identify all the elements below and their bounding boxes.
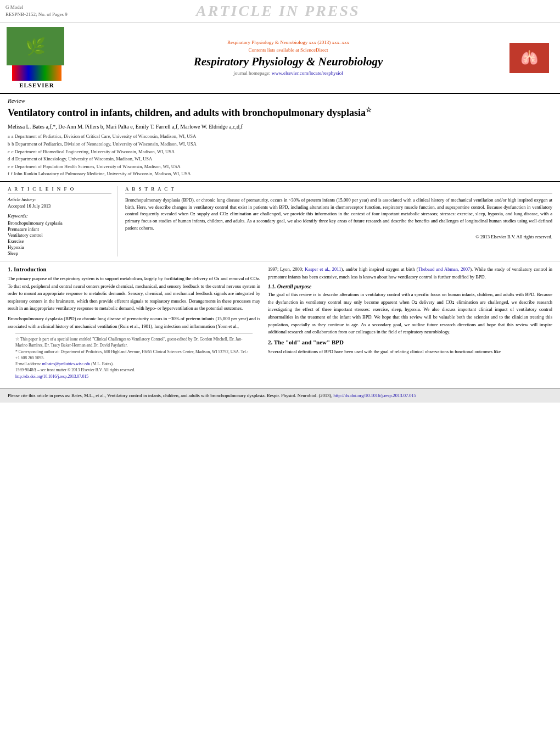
abstract-heading: A B S T R A C T	[125, 186, 552, 193]
footnote-corresponding: * Corresponding author at: Department of…	[15, 349, 253, 361]
star-footnote-marker: ☆	[366, 106, 372, 114]
subsection1-text: The goal of this review is to describe a…	[268, 291, 552, 336]
footnote-doi: http://dx.doi.org/10.1016/j.resp.2013.07…	[15, 373, 253, 380]
section2-para1: Several clinical definitions of BPD have…	[268, 348, 552, 356]
sciencedirect-link[interactable]: ScienceDirect	[300, 47, 328, 53]
gmodel-info: G Model RESPNB-2152; No. of Pages 9	[5, 4, 68, 18]
article-type: Review	[8, 97, 552, 104]
keyword-3: Ventilatory control	[8, 232, 111, 238]
article-info-heading: A R T I C L E I N F O	[8, 186, 111, 193]
elsevier-name: ELSEVIER	[19, 82, 54, 88]
contents-line: Contents lists available at ScienceDirec…	[72, 47, 504, 53]
journal-image-left	[7, 27, 64, 65]
footnote-issn: 1569-9048/$ – see front matter © 2013 El…	[15, 367, 253, 373]
elsevier-logo-area: ELSEVIER	[7, 27, 67, 88]
abstract-col: A B S T R A C T Bronchopulmonary dysplas…	[125, 186, 552, 256]
elsevier-color-strip	[12, 65, 61, 81]
body-section: 1. Introduction The primary purpose of t…	[0, 261, 560, 384]
affil-f: ff John Rankin Laboratory of Pulmonary M…	[8, 170, 552, 178]
article-in-press-banner: ARTICLE IN PRESS	[68, 2, 489, 20]
ref-kasper[interactable]: Kasper et al., 2011	[305, 266, 341, 272]
authors-line: Melissa L. Bates a,f,*, De-Ann M. Piller…	[8, 122, 552, 131]
affiliations: aa Department of Pediatrics, Division of…	[8, 133, 552, 178]
journal-logo-right: 🫁	[509, 43, 553, 73]
section1-para2: Bronchopulmonary dysplasia (BPD) or chro…	[8, 315, 260, 330]
body-left-col: 1. Introduction The primary purpose of t…	[8, 266, 260, 380]
homepage-link[interactable]: www.elsevier.com/locate/resphysiol	[272, 70, 343, 76]
footnote-star: ☆ This paper is part of a special issue …	[15, 336, 253, 349]
ref-thebaud[interactable]: Thebaud and Abman, 2007	[418, 266, 471, 272]
subsection1-heading: 1.1. Overall purpose	[268, 284, 552, 289]
citation-doi-link[interactable]: http://dx.doi.org/10.1016/j.resp.2013.07…	[333, 393, 416, 398]
article-section: Review Ventilatory control in infants, c…	[0, 94, 560, 182]
keywords-label: Keywords:	[8, 213, 111, 219]
accepted-date: Accepted 16 July 2013	[8, 203, 111, 209]
copyright: © 2013 Elsevier B.V. All rights reserved…	[125, 234, 552, 239]
footnote-email: E-mail address: mlbates@pediatrics.wisc.…	[15, 361, 253, 367]
keyword-2: Premature infant	[8, 226, 111, 232]
affil-a: aa Department of Pediatrics, Division of…	[8, 133, 552, 141]
journal-name: Respiratory Physiology & Neurobiology	[72, 55, 504, 69]
keyword-6: Sleep	[8, 250, 111, 256]
article-info-col: A R T I C L E I N F O Article history: A…	[8, 186, 117, 256]
info-abstract-section: A R T I C L E I N F O Article history: A…	[0, 182, 560, 261]
section1-right-para1: 1997; Lyon, 2000; Kasper et al., 2011), …	[268, 266, 552, 281]
citation-line: Respiratory Physiology & Neurobiology xx…	[72, 40, 504, 45]
abstract-text: Bronchopulmonary dysplasia (BPD), or chr…	[125, 197, 552, 232]
journal-homepage: journal homepage: www.elsevier.com/locat…	[72, 70, 504, 76]
body-right-col: 1997; Lyon, 2000; Kasper et al., 2011), …	[268, 266, 552, 380]
citation-bar: Please cite this article in press as: Ba…	[0, 388, 560, 403]
keyword-4: Exercise	[8, 238, 111, 244]
history-label: Article history:	[8, 197, 111, 202]
journal-icon: 🫁	[509, 43, 549, 73]
journal-header: ELSEVIER Respiratory Physiology & Neurob…	[0, 23, 560, 94]
keyword-1: Bronchopulmonary dysplasia	[8, 220, 111, 226]
top-banner: G Model RESPNB-2152; No. of Pages 9 ARTI…	[0, 0, 560, 23]
footnote-area: ☆ This paper is part of a special issue …	[15, 333, 253, 380]
section1-heading: 1. Introduction	[8, 266, 260, 272]
affil-d: dd Department of Kinesiology, University…	[8, 155, 552, 163]
doi-link[interactable]: http://dx.doi.org/10.1016/j.resp.2013.07…	[15, 374, 88, 379]
section2-heading: 2. The "old" and "new" BPD	[268, 339, 552, 345]
affil-c: cc Department of Biomedical Engineering,…	[8, 148, 552, 156]
section1-para1: The primary purpose of the respiratory s…	[8, 275, 260, 313]
article-title: Ventilatory control in infants, children…	[8, 106, 552, 119]
affil-e: ee Department of Population Health Scien…	[8, 163, 552, 171]
journal-center: Respiratory Physiology & Neurobiology xx…	[72, 40, 504, 76]
elsevier-logo: ELSEVIER	[7, 65, 67, 88]
email-link[interactable]: mlbates@pediatrics.wisc.edu	[42, 361, 91, 366]
keyword-5: Hypoxia	[8, 244, 111, 250]
affil-b: bb Department of Pediatrics, Division of…	[8, 141, 552, 148]
